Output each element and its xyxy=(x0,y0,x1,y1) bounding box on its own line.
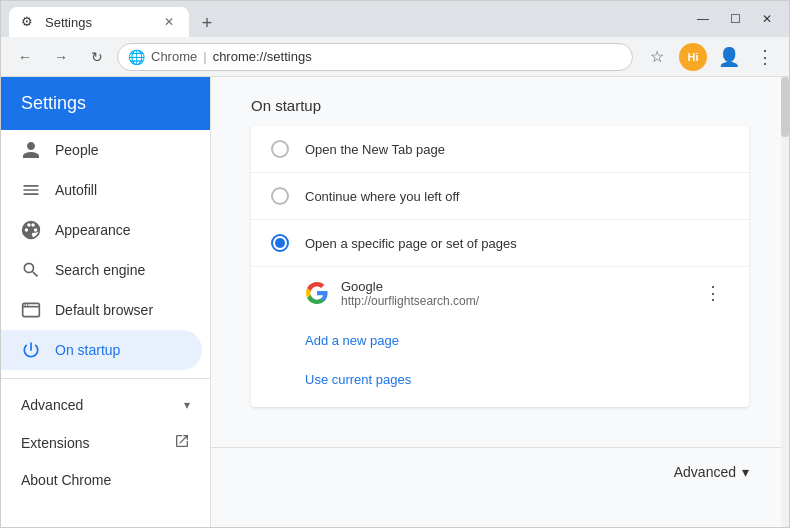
content-inner: On startup Open the New Tab page Continu… xyxy=(211,77,789,447)
appearance-icon xyxy=(21,220,41,240)
window-controls: — ☐ ✕ xyxy=(689,5,781,33)
use-current-button[interactable]: Use current pages xyxy=(305,368,411,391)
sidebar-item-browser[interactable]: Default browser xyxy=(1,290,202,330)
use-current-section: Use current pages xyxy=(251,362,749,407)
sidebar-about[interactable]: About Chrome xyxy=(1,462,210,498)
search-icon xyxy=(21,260,41,280)
person-icon xyxy=(21,140,41,160)
radio-continue[interactable]: Continue where you left off xyxy=(251,173,749,220)
profile-button[interactable]: Hi xyxy=(677,41,709,73)
back-button[interactable]: ← xyxy=(9,41,41,73)
tab-close-button[interactable]: ✕ xyxy=(161,14,177,30)
radio-dot xyxy=(275,238,285,248)
external-link-icon xyxy=(174,433,190,452)
address-text: chrome://settings xyxy=(213,49,622,64)
google-name: Google xyxy=(341,279,685,294)
section-title: On startup xyxy=(251,77,749,126)
svg-point-3 xyxy=(27,304,29,306)
menu-icon: ⋮ xyxy=(756,46,774,68)
radio-specific[interactable]: Open a specific page or set of pages xyxy=(251,220,749,267)
radio-continue-label: Continue where you left off xyxy=(305,189,459,204)
address-bar[interactable]: 🌐 Chrome | chrome://settings xyxy=(117,43,633,71)
google-info: Google http://ourflightsearch.com/ xyxy=(341,279,685,308)
tab-favicon: ⚙ xyxy=(21,14,37,30)
maximize-button[interactable]: ☐ xyxy=(721,5,749,33)
tab-title: Settings xyxy=(45,15,92,30)
startup-icon xyxy=(21,340,41,360)
menu-button[interactable]: ⋮ xyxy=(749,41,781,73)
radio-specific-label: Open a specific page or set of pages xyxy=(305,236,517,251)
content-area: On startup Open the New Tab page Continu… xyxy=(211,77,789,527)
about-label: About Chrome xyxy=(21,472,111,488)
sidebar-advanced[interactable]: Advanced ▾ xyxy=(1,387,210,423)
nav-bar: ← → ↻ 🌐 Chrome | chrome://settings ☆ Hi … xyxy=(1,37,789,77)
scrollbar-thumb[interactable] xyxy=(781,77,789,137)
bookmark-button[interactable]: ☆ xyxy=(641,41,673,73)
bottom-bar: Advanced ▾ xyxy=(211,447,789,496)
autofill-icon xyxy=(21,180,41,200)
more-options-button[interactable]: ⋮ xyxy=(697,277,729,309)
radio-new-tab-label: Open the New Tab page xyxy=(305,142,445,157)
add-page-button[interactable]: Add a new page xyxy=(305,329,399,352)
add-page-section: Add a new page xyxy=(251,319,749,362)
browser-label: Default browser xyxy=(55,302,153,318)
people-label: People xyxy=(55,142,99,158)
sidebar-item-people[interactable]: People xyxy=(1,130,202,170)
google-entry: Google http://ourflightsearch.com/ ⋮ xyxy=(251,267,749,319)
radio-new-tab-circle xyxy=(271,140,289,158)
google-url: http://ourflightsearch.com/ xyxy=(341,294,685,308)
address-prefix: Chrome xyxy=(151,49,197,64)
appearance-label: Appearance xyxy=(55,222,131,238)
scrollbar-track[interactable] xyxy=(781,77,789,527)
sidebar-item-search[interactable]: Search engine xyxy=(1,250,202,290)
avatar: Hi xyxy=(679,43,707,71)
sidebar-item-appearance[interactable]: Appearance xyxy=(1,210,202,250)
minimize-button[interactable]: — xyxy=(689,5,717,33)
sidebar-extensions[interactable]: Extensions xyxy=(1,423,210,462)
profile-icon-button[interactable]: 👤 xyxy=(713,41,745,73)
settings-tab[interactable]: ⚙ Settings ✕ xyxy=(9,7,189,37)
more-icon: ⋮ xyxy=(704,282,722,304)
title-bar: ⚙ Settings ✕ + — ☐ ✕ xyxy=(1,1,789,37)
browser-icon xyxy=(21,300,41,320)
extensions-label: Extensions xyxy=(21,435,89,451)
refresh-button[interactable]: ↻ xyxy=(81,41,113,73)
tab-area: ⚙ Settings ✕ + xyxy=(9,1,221,37)
google-logo xyxy=(305,281,329,305)
advanced-label: Advanced xyxy=(21,397,83,413)
radio-new-tab[interactable]: Open the New Tab page xyxy=(251,126,749,173)
sidebar: Settings People Autofill Appearance xyxy=(1,77,211,527)
autofill-label: Autofill xyxy=(55,182,97,198)
main-area: Settings People Autofill Appearance xyxy=(1,77,789,527)
close-button[interactable]: ✕ xyxy=(753,5,781,33)
bottom-advanced-button[interactable]: Advanced ▾ xyxy=(674,464,749,480)
sidebar-title: Settings xyxy=(1,77,210,130)
search-label: Search engine xyxy=(55,262,145,278)
nav-icons: ☆ Hi 👤 ⋮ xyxy=(641,41,781,73)
site-info-icon[interactable]: 🌐 xyxy=(128,49,145,65)
user-icon: 👤 xyxy=(718,46,740,68)
sidebar-divider xyxy=(1,378,210,379)
forward-button[interactable]: → xyxy=(45,41,77,73)
radio-continue-circle xyxy=(271,187,289,205)
sidebar-item-startup[interactable]: On startup xyxy=(1,330,202,370)
startup-card: Open the New Tab page Continue where you… xyxy=(251,126,749,407)
bottom-advanced-label: Advanced xyxy=(674,464,736,480)
radio-specific-circle xyxy=(271,234,289,252)
svg-point-2 xyxy=(24,304,26,306)
sidebar-item-autofill[interactable]: Autofill xyxy=(1,170,202,210)
startup-label: On startup xyxy=(55,342,120,358)
dropdown-icon: ▾ xyxy=(742,464,749,480)
new-tab-button[interactable]: + xyxy=(193,9,221,37)
star-icon: ☆ xyxy=(650,47,664,66)
chevron-down-icon: ▾ xyxy=(184,398,190,412)
